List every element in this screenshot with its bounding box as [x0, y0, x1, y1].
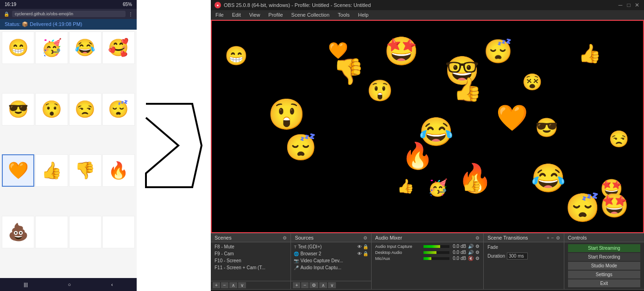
settings-button[interactable]: Settings	[568, 271, 640, 278]
audio-desktop-mute-icon[interactable]: 🔊	[468, 250, 474, 255]
sources-config-icon[interactable]: ⚙	[363, 235, 367, 240]
audio-mic-db: 0.0 dB	[451, 256, 466, 261]
emoji-grid: 😁 🥳 😂 🥰 😎 😯 😒 😴 🧡 👍 👎 🔥 💩	[0, 30, 137, 278]
scene-row-cam[interactable]: F9 - Cam	[213, 250, 289, 257]
duration-input[interactable]	[507, 253, 528, 259]
source-browser[interactable]: 🌐 Browser 2 👁 🔒	[293, 250, 369, 257]
audio-mixer-label: Audio Mixer	[375, 235, 402, 240]
emoji-cell-sleep[interactable]: 😴	[102, 93, 135, 126]
menu-profile[interactable]: Profile	[266, 11, 284, 19]
menu-view[interactable]: View	[247, 11, 262, 19]
emoji-cell-thumbs-down[interactable]: 👎	[69, 154, 101, 187]
sources-remove-button[interactable]: −	[301, 282, 309, 288]
eye-icon2[interactable]: 👁	[357, 251, 362, 256]
sources-up-button[interactable]: ∧	[319, 282, 327, 288]
controls-label: Controls	[568, 235, 587, 240]
lock-icon2[interactable]: 🔒	[363, 251, 368, 256]
audio-desktop-label: Desktop Audio	[375, 250, 422, 255]
emoji-cell-wow[interactable]: 😯	[35, 93, 68, 126]
audio-mic-settings-icon[interactable]: ⚙	[475, 256, 480, 261]
eye-icon[interactable]: 👁	[357, 244, 362, 249]
lock-icon[interactable]: 🔒	[363, 244, 368, 249]
emoji-cell-empty2	[69, 216, 101, 248]
menu-edit[interactable]: Edit	[230, 11, 243, 19]
sources-add-button[interactable]: +	[293, 282, 300, 288]
obs-title-bar: ● OBS 25.0.8 (64-bit, windows) - Profile…	[211, 0, 644, 10]
audio-desktop-settings-icon[interactable]: ⚙	[475, 250, 480, 255]
scene-row-screen[interactable]: F10 - Screen	[213, 257, 289, 264]
audio-mic-mute-icon[interactable]: 🔇	[468, 256, 474, 261]
exit-button[interactable]: Exit	[568, 279, 640, 287]
emoji-cell-hug[interactable]: 🥰	[102, 32, 135, 64]
lock-icon: 🔒	[4, 12, 9, 17]
transitions-config-icon[interactable]: ⚙	[556, 235, 560, 240]
audio-mixer-content: Audio Input Capture 0.0 dB 🔊 ⚙ Desktop A…	[372, 242, 483, 289]
audio-bar-desktop	[423, 251, 449, 254]
audio-row-desktop: Desktop Audio 0.0 dB 🔊 ⚙	[373, 249, 481, 255]
circle-icon[interactable]: ○	[68, 282, 71, 287]
floating-emoji-4: 👍	[578, 44, 601, 63]
floating-emoji-24: 🤩	[600, 194, 629, 217]
sources-settings-button[interactable]: ⚙	[309, 282, 318, 288]
emoji-cell-heart[interactable]: 🧡	[2, 154, 34, 187]
maximize-button[interactable]: □	[625, 2, 632, 8]
start-streaming-button[interactable]: Start Streaming	[568, 244, 640, 252]
browser-icon: 🌐	[294, 252, 299, 256]
obs-menu-bar: File Edit View Profile Scene Collection …	[211, 10, 644, 20]
studio-mode-button[interactable]: Studio Mode	[568, 262, 640, 270]
menu-help[interactable]: Help	[356, 11, 371, 19]
audio-input-settings-icon[interactable]: ⚙	[475, 244, 480, 249]
menu-tools[interactable]: Tools	[336, 11, 352, 19]
emoji-cell-empty3	[102, 216, 135, 248]
arrow-right-svg	[141, 99, 206, 192]
emoji-cell-poop[interactable]: 💩	[2, 216, 34, 248]
emoji-cell-party[interactable]: 🥳	[35, 32, 68, 64]
source-text-gdi-label: Text (GDI+)	[298, 244, 322, 249]
minimize-button[interactable]: ─	[617, 2, 624, 8]
audio-row-input: Audio Input Capture 0.0 dB 🔊 ⚙	[373, 243, 481, 249]
audio-desktop-db: 0.0 dB	[451, 250, 466, 255]
sources-panel-header: Sources ⚙	[291, 234, 371, 242]
emoji-cell-cool[interactable]: 😎	[2, 93, 34, 126]
scene-row-mute[interactable]: F8 - Mute	[213, 243, 289, 250]
sources-panel: Sources ⚙ T Text (GDI+) 👁 🔒	[291, 234, 371, 289]
scenes-add-button[interactable]: +	[213, 282, 220, 288]
audio-input-mute-icon[interactable]: 🔊	[468, 244, 474, 249]
obs-bottom-panels: Scenes ⚙ F8 - Mute F9 - Cam F10 - Screen…	[211, 233, 644, 291]
back-icon[interactable]: ‹	[111, 282, 113, 287]
menu-scene-collection[interactable]: Scene Collection	[290, 11, 332, 19]
source-text-gdi[interactable]: T Text (GDI+) 👁 🔒	[293, 243, 369, 250]
close-button[interactable]: ✕	[634, 2, 640, 8]
floating-emoji-10: 😲	[268, 99, 305, 129]
add-transition-icon[interactable]: +	[547, 235, 549, 240]
emoji-cell-eye-roll[interactable]: 😒	[69, 93, 101, 126]
scene-row-screen-cam[interactable]: F11 - Screen + Cam (T...	[213, 264, 289, 271]
emoji-cell-fire[interactable]: 🔥	[102, 154, 135, 187]
emoji-cell-grin[interactable]: 😁	[2, 32, 34, 64]
menu-file[interactable]: File	[214, 11, 226, 19]
scenes-panel-header: Scenes ⚙	[211, 234, 290, 242]
scenes-remove-button[interactable]: −	[221, 282, 228, 288]
menu-icon[interactable]: ⋮	[128, 12, 133, 17]
remove-transition-icon[interactable]: −	[551, 235, 554, 240]
source-video-capture[interactable]: 📷 Video Capture Dev...	[293, 257, 369, 264]
obs-canvas: 😁🧡🤩😴👍👎🤓😲👍😵😲🧡😂😴🔥😎🔥👍😂🤩😒👍🥳😴🤩	[211, 20, 644, 233]
obs-panels-row: Scenes ⚙ F8 - Mute F9 - Cam F10 - Screen…	[211, 233, 644, 289]
emoji-cell-cry-laugh[interactable]: 😂	[69, 32, 101, 64]
emoji-cell-thumbs-up[interactable]: 👍	[35, 154, 68, 187]
floating-emoji-2: 🤩	[384, 38, 419, 65]
source-audio-capture[interactable]: 🎤 Audio Input Captu...	[293, 264, 369, 271]
audio-config-icon[interactable]: ⚙	[475, 235, 480, 240]
scenes-config-icon[interactable]: ⚙	[283, 235, 287, 240]
fade-transition-row: Fade	[486, 243, 562, 251]
home-icon[interactable]: |||	[24, 282, 28, 287]
scenes-up-button[interactable]: ∧	[229, 282, 237, 288]
scenes-down-button[interactable]: ∨	[238, 282, 246, 288]
audio-mixer-panel: Audio Mixer ⚙ Audio Input Capture 0.0 dB…	[372, 234, 484, 289]
sources-down-button[interactable]: ∨	[328, 282, 336, 288]
scenes-content: F8 - Mute F9 - Cam F10 - Screen F11 - Sc…	[211, 242, 290, 281]
phone-nav-bar: ||| ○ ‹	[0, 278, 137, 291]
floating-emoji-18: 😂	[531, 164, 566, 192]
scene-transitions-label: Scene Transitions	[487, 235, 528, 240]
start-recording-button[interactable]: Start Recording	[568, 253, 640, 261]
